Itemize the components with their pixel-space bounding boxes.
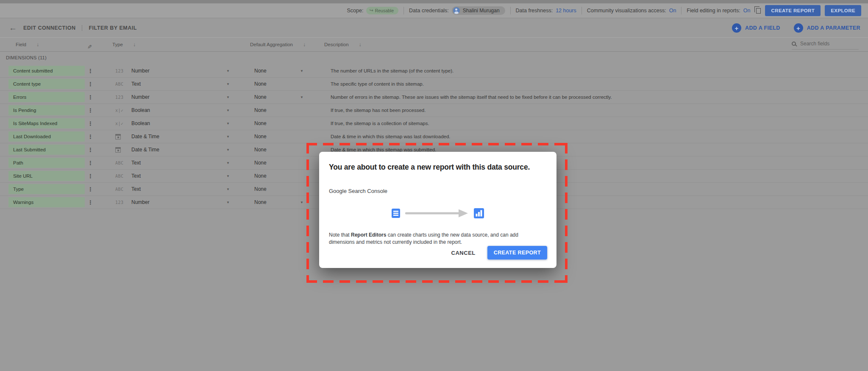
field-description[interactable]: If true, the sitemap has not been proces… — [331, 104, 426, 117]
aggregation-dropdown-icon[interactable] — [300, 196, 303, 209]
field-chip[interactable]: Warnings — [8, 197, 85, 207]
field-chip[interactable]: Content type — [8, 79, 85, 89]
search-fields-input[interactable] — [800, 41, 851, 47]
aggregation-value[interactable]: None — [254, 143, 267, 156]
aggregation-value[interactable]: None — [254, 183, 267, 196]
type-dropdown-icon[interactable] — [226, 170, 230, 183]
field-description[interactable]: The number of URLs in the sitemap (of th… — [331, 64, 453, 78]
aggregation-dropdown-icon[interactable] — [300, 64, 303, 78]
field-type-value[interactable]: Text — [131, 183, 141, 196]
scope-reusable-badge[interactable]: Reusable — [366, 7, 398, 14]
type-dropdown-icon[interactable] — [226, 78, 230, 91]
type-dropdown-icon[interactable] — [226, 130, 230, 143]
aggregation-value[interactable]: None — [254, 117, 267, 130]
freshness-item: Data freshness: 12 hours — [516, 8, 576, 14]
more-options-icon[interactable] — [88, 170, 93, 183]
aggregation-value[interactable]: None — [254, 130, 267, 143]
aggregation-dropdown-icon[interactable] — [300, 91, 303, 104]
field-chip[interactable]: Is SiteMaps Indexed — [8, 118, 85, 128]
divider — [681, 7, 682, 14]
copy-icon[interactable] — [756, 8, 761, 14]
table-header: Field Type Default Aggregation Descripti… — [0, 37, 868, 52]
field-type-value[interactable]: Text — [131, 170, 141, 183]
type-dropdown-icon[interactable] — [226, 183, 230, 196]
sort-icon[interactable] — [303, 42, 306, 47]
type-dropdown-icon[interactable] — [226, 104, 230, 117]
more-options-icon[interactable] — [88, 64, 93, 78]
credentials-chip[interactable]: Shalini Murugan — [452, 6, 505, 15]
field-type-value[interactable]: Date & Time — [131, 143, 159, 156]
aggregation-value[interactable]: None — [254, 104, 267, 117]
toolbar-actions: ADD A FIELD ADD A PARAMETER — [732, 23, 860, 33]
more-options-icon[interactable] — [88, 78, 93, 91]
more-options-icon[interactable] — [88, 91, 93, 104]
field-chip[interactable]: Errors — [8, 92, 85, 102]
more-options-icon[interactable] — [88, 196, 93, 209]
field-chip[interactable]: Last Downloaded — [8, 131, 85, 142]
community-access-item: Community visualizations access: On — [587, 8, 676, 14]
data-source-name: Google Search Console — [329, 188, 546, 194]
dialog-create-report-button[interactable]: CREATE REPORT — [487, 246, 547, 259]
freshness-link[interactable]: 12 hours — [556, 8, 576, 14]
field-row: Content submitted 123 Number None The nu… — [0, 64, 868, 78]
field-chip[interactable]: Path — [8, 158, 85, 168]
more-options-icon[interactable] — [88, 104, 93, 117]
field-chip[interactable]: Content submitted — [8, 66, 85, 76]
type-dropdown-icon[interactable] — [226, 196, 230, 209]
field-chip[interactable]: Site URL — [8, 171, 85, 181]
cancel-button[interactable]: CANCEL — [451, 250, 476, 256]
type-dropdown-icon[interactable] — [226, 91, 230, 104]
explore-button[interactable]: EXPLORE — [825, 5, 861, 16]
type-dropdown-icon[interactable] — [226, 117, 230, 130]
note-bold-text: Report Editors — [351, 232, 386, 238]
field-type-value[interactable]: Text — [131, 156, 141, 170]
more-options-icon[interactable] — [88, 156, 93, 170]
sort-icon[interactable] — [133, 42, 136, 47]
freshness-label: Data freshness: — [516, 8, 553, 14]
field-description[interactable]: Date & time in which this sitemap was la… — [331, 130, 451, 143]
field-row: Content type ABC Text None The specific … — [0, 78, 868, 91]
type-dropdown-icon[interactable] — [226, 143, 230, 156]
field-type-value[interactable]: Number — [131, 196, 150, 209]
add-a-field-button[interactable]: ADD A FIELD — [732, 23, 780, 33]
edit-pencil-icon[interactable] — [87, 44, 92, 50]
aggregation-value[interactable]: None — [254, 170, 267, 183]
create-report-button[interactable]: CREATE REPORT — [765, 5, 821, 16]
sort-icon[interactable] — [359, 42, 362, 47]
field-type-value[interactable]: Boolean — [131, 104, 150, 117]
field-type-icon: 123 — [115, 64, 124, 78]
filter-by-email-button[interactable]: FILTER BY EMAIL — [89, 25, 136, 31]
field-type-value[interactable]: Date & Time — [131, 130, 159, 143]
field-chip[interactable]: Last Submitted — [8, 145, 85, 155]
more-options-icon[interactable] — [88, 130, 93, 143]
field-description[interactable]: The specific type of content in this sit… — [331, 78, 424, 91]
back-arrow-icon[interactable] — [9, 23, 17, 33]
field-type-value[interactable]: Number — [131, 91, 150, 104]
add-a-parameter-button[interactable]: ADD A PARAMETER — [794, 23, 860, 33]
aggregation-value[interactable]: None — [254, 156, 267, 170]
plus-icon — [732, 23, 741, 33]
field-type-value[interactable]: Number — [131, 64, 150, 78]
field-description[interactable]: If true, the sitemap is a collection of … — [331, 117, 429, 130]
type-dropdown-icon[interactable] — [226, 156, 230, 170]
field-chip[interactable]: Is Pending — [8, 105, 85, 115]
field-chip[interactable]: Type — [8, 184, 85, 194]
more-options-icon[interactable] — [88, 143, 93, 156]
field-type-icon: ABC — [115, 156, 124, 170]
community-access-link[interactable]: On — [669, 8, 676, 14]
sort-icon[interactable] — [36, 42, 39, 47]
field-description[interactable]: Number of errors in the sitemap. These a… — [331, 91, 612, 104]
field-type-value[interactable]: Boolean — [131, 117, 150, 130]
more-options-icon[interactable] — [88, 183, 93, 196]
field-type-value[interactable]: Text — [131, 78, 141, 91]
more-options-icon[interactable] — [88, 117, 93, 130]
type-dropdown-icon[interactable] — [226, 64, 230, 78]
field-editing-link[interactable]: On — [743, 8, 751, 14]
edit-connection-button[interactable]: EDIT CONNECTION — [23, 25, 75, 31]
aggregation-value[interactable]: None — [254, 196, 267, 209]
aggregation-value[interactable]: None — [254, 91, 267, 104]
field-type-icon: 123 — [115, 196, 124, 209]
field-name: Warnings — [13, 200, 33, 205]
aggregation-value[interactable]: None — [254, 78, 267, 91]
aggregation-value[interactable]: None — [254, 64, 267, 78]
